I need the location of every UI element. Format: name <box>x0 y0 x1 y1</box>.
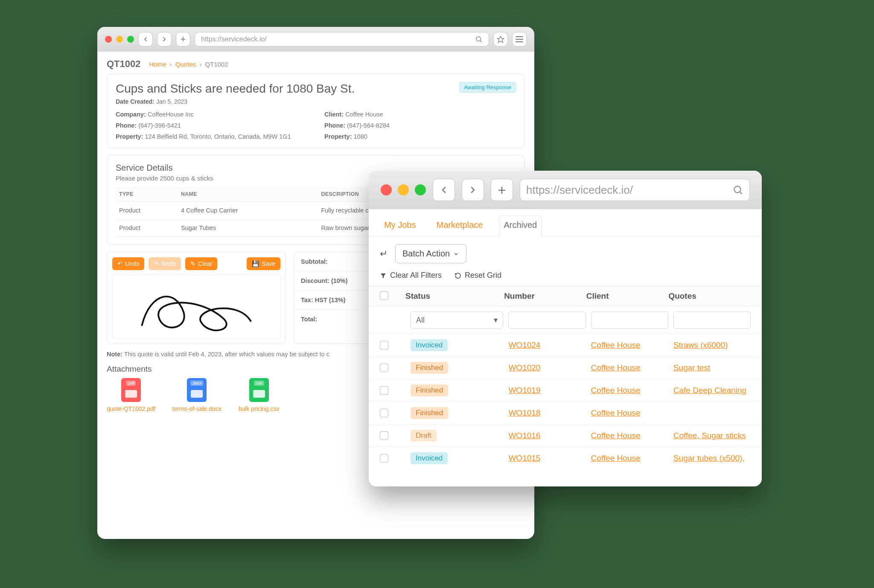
quote-code: QT1002 <box>107 58 141 70</box>
save-icon: 💾 <box>252 260 259 267</box>
tax-label: Tax: HST (13%) <box>301 297 345 303</box>
signature-pad[interactable] <box>112 274 280 338</box>
company-value: CoffeeHouse Inc <box>148 111 194 118</box>
quotes-filter-input[interactable] <box>673 311 751 329</box>
total-label: Total: <box>301 316 317 323</box>
crumb-current: QT1002 <box>205 61 228 68</box>
grid-row: FinishedWO1020Coffee HouseSugar test <box>369 356 762 379</box>
url-bar[interactable]: https://servicedeck.io/ <box>195 32 489 47</box>
attachment[interactable]: .docxterms-of-sale.docx <box>172 378 221 412</box>
number-link[interactable]: WO1024 <box>508 341 540 349</box>
cell-type: Product <box>116 219 178 237</box>
toolbar: ↵ Batch Action <box>369 236 762 271</box>
tab-my-jobs[interactable]: My Jobs <box>380 216 420 236</box>
bookmark-button[interactable] <box>493 32 508 47</box>
crumb-quotes[interactable]: Quotes <box>175 61 196 68</box>
client-link[interactable]: Coffee House <box>591 431 641 440</box>
close-icon[interactable] <box>381 184 392 195</box>
status-pill: Draft <box>411 430 437 442</box>
redo-button[interactable]: ↷Redo <box>149 257 181 270</box>
row-checkbox[interactable] <box>380 364 388 372</box>
row-checkbox[interactable] <box>380 341 388 349</box>
url-bar[interactable]: https://servicedeck.io/ <box>520 179 750 201</box>
attachment-link[interactable]: quote-QT1002.pdf <box>107 405 155 412</box>
tab-marketplace[interactable]: Marketplace <box>432 216 487 236</box>
cell-name: 4 Coffee Cup Carrier <box>178 202 318 219</box>
crumb-home[interactable]: Home <box>149 61 166 68</box>
return-icon[interactable]: ↵ <box>380 248 387 259</box>
forward-button[interactable] <box>157 32 172 47</box>
menu-button[interactable] <box>512 32 527 47</box>
client-link[interactable]: Coffee House <box>591 454 641 463</box>
client-property-value: 1080 <box>354 133 367 140</box>
jobs-body: My Jobs Marketplace Archived ↵ Batch Act… <box>369 209 762 486</box>
undo-button[interactable]: ↶Undo <box>112 257 144 270</box>
client-link[interactable]: Coffee House <box>591 341 641 349</box>
number-link[interactable]: WO1020 <box>508 363 540 372</box>
status-pill: Finished <box>411 407 448 419</box>
client-property-label: Property: <box>324 133 352 140</box>
phone-value: (647)-396-5421 <box>138 122 181 129</box>
clear-filters-button[interactable]: Clear All Filters <box>380 271 442 280</box>
attachment-link[interactable]: bulk pricing.csv <box>239 405 280 412</box>
chevron-down-icon: ▾ <box>494 315 498 325</box>
tab-archived[interactable]: Archived <box>499 215 542 236</box>
chevron-down-icon <box>453 251 459 257</box>
status-badge: Awaiting Response <box>459 82 516 93</box>
clear-button[interactable]: ✎Clear <box>185 257 217 270</box>
maximize-icon[interactable] <box>415 184 426 195</box>
tabs: My Jobs Marketplace Archived <box>369 209 762 236</box>
number-filter-input[interactable] <box>508 311 586 329</box>
back-button[interactable] <box>433 179 455 201</box>
client-filter-input[interactable] <box>591 311 668 329</box>
number-link[interactable]: WO1015 <box>508 454 540 463</box>
batch-action-dropdown[interactable]: Batch Action <box>395 244 466 263</box>
status-filter-select[interactable]: All▾ <box>411 311 503 329</box>
phone-label: Phone: <box>116 122 137 129</box>
client-link[interactable]: Coffee House <box>591 408 641 417</box>
cell-name: Sugar Tubes <box>178 219 318 237</box>
chevron-right-icon: › <box>199 61 201 68</box>
row-checkbox[interactable] <box>380 386 388 395</box>
quotes-link[interactable]: Sugar tubes (x500), <box>673 454 745 463</box>
traffic-lights <box>381 184 426 195</box>
number-link[interactable]: WO1018 <box>508 408 540 417</box>
property-label: Property: <box>116 133 143 140</box>
new-tab-button[interactable]: + <box>491 179 513 201</box>
client-link[interactable]: Coffee House <box>591 363 641 372</box>
attachment[interactable]: .csvbulk pricing.csv <box>239 378 280 412</box>
select-all-checkbox[interactable] <box>380 291 388 300</box>
maximize-icon[interactable] <box>127 36 134 43</box>
quote-header-card: Cups and Sticks are needed for 1080 Bay … <box>107 74 525 148</box>
forward-button[interactable] <box>462 179 484 201</box>
date-created: Jan 5, 2023 <box>156 98 187 105</box>
quotes-link[interactable]: Cafe Deep Cleaning <box>673 386 746 395</box>
attachment-link[interactable]: terms-of-sale.docx <box>172 405 221 412</box>
number-link[interactable]: WO1016 <box>508 431 540 440</box>
funnel-icon <box>380 272 387 279</box>
attachment[interactable]: .pdfquote-QT1002.pdf <box>107 378 155 412</box>
close-icon[interactable] <box>105 36 112 43</box>
reset-grid-button[interactable]: Reset Grid <box>454 271 501 280</box>
traffic-lights <box>105 36 134 43</box>
save-button[interactable]: 💾Save <box>247 257 280 270</box>
quotes-link[interactable]: Straws (x6000) <box>673 341 728 349</box>
col-type: TYPE <box>116 187 178 202</box>
company-label: Company: <box>116 111 146 118</box>
minimize-icon[interactable] <box>398 184 409 195</box>
col-client: Client <box>586 291 669 301</box>
discount-label: Discount: (10%) <box>301 277 348 284</box>
row-checkbox[interactable] <box>380 431 388 440</box>
grid-row: FinishedWO1018Coffee House <box>369 402 762 424</box>
jobs-window: + https://servicedeck.io/ My Jobs Market… <box>369 171 762 486</box>
row-checkbox[interactable] <box>380 454 388 463</box>
row-checkbox[interactable] <box>380 409 388 417</box>
minimize-icon[interactable] <box>116 36 123 43</box>
client-link[interactable]: Coffee House <box>591 386 641 395</box>
date-created-label: Date Created: <box>116 98 154 105</box>
number-link[interactable]: WO1019 <box>508 386 540 395</box>
quotes-link[interactable]: Sugar test <box>673 363 711 372</box>
back-button[interactable] <box>138 32 153 47</box>
quotes-link[interactable]: Coffee, Sugar sticks <box>673 431 746 440</box>
new-tab-button[interactable]: + <box>176 32 190 47</box>
